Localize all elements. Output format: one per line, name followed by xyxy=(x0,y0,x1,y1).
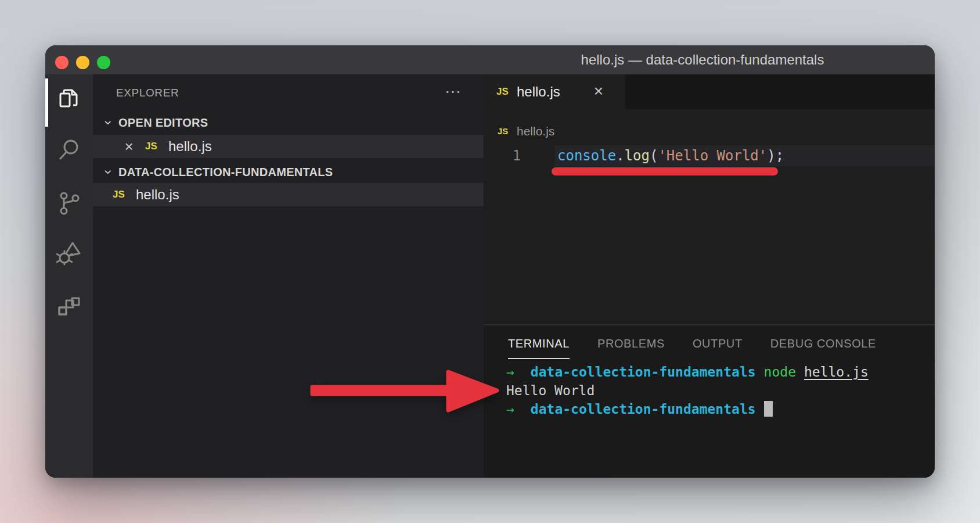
terminal-prompt-line: →data-collection-fundamentalsnodehello.j… xyxy=(506,363,929,381)
bottom-panel: TERMINAL PROBLEMS OUTPUT DEBUG CONSOLE →… xyxy=(484,324,935,478)
search-icon xyxy=(56,137,82,163)
terminal-command: node xyxy=(764,364,796,379)
file-name: hello.js xyxy=(168,135,212,158)
activity-bar xyxy=(45,74,93,478)
terminal-output-line: Hello World xyxy=(506,381,929,400)
window-title: hello.js — data-collection-fundamentals xyxy=(581,45,824,74)
code-editor[interactable]: 1 console.log('Hello World'); xyxy=(484,145,935,324)
tab-debug-console[interactable]: DEBUG CONSOLE xyxy=(770,329,876,359)
prompt-arrow-icon: → xyxy=(506,402,514,417)
vscode-window: hello.js — data-collection-fundamentals xyxy=(45,45,935,478)
js-file-icon: JS xyxy=(145,135,157,158)
js-file-icon: JS xyxy=(498,120,508,143)
terminal-cursor xyxy=(764,401,773,417)
prompt-arrow-icon: → xyxy=(506,364,514,379)
sidebar-item-search[interactable] xyxy=(45,131,93,169)
explorer-sidebar: EXPLORER ··· › OPEN EDITORS × JS hello.j… xyxy=(93,74,484,478)
line-number: 1 xyxy=(507,145,527,166)
sidebar-item-extensions[interactable] xyxy=(45,289,93,327)
open-editor-item-hello-js[interactable]: × JS hello.js xyxy=(93,135,484,158)
breadcrumb[interactable]: JS hello.js xyxy=(484,120,935,143)
js-file-icon: JS xyxy=(496,74,509,109)
zoom-window-button[interactable] xyxy=(97,56,110,69)
desktop-background: hello.js — data-collection-fundamentals xyxy=(0,0,980,523)
prompt-directory: data-collection-fundamentals xyxy=(531,402,756,417)
prompt-directory: data-collection-fundamentals xyxy=(531,364,756,379)
code-token-paren-close: ); xyxy=(767,148,784,164)
terminal-output[interactable]: →data-collection-fundamentalsnodehello.j… xyxy=(506,363,929,478)
tab-problems[interactable]: PROBLEMS xyxy=(597,329,665,359)
code-line-1: console.log('Hello World'); xyxy=(557,145,784,166)
editor-tab-bar: JS hello.js × xyxy=(484,74,935,109)
sidebar-title: EXPLORER xyxy=(116,81,179,105)
terminal-command-arg: hello.js xyxy=(804,364,869,379)
close-editor-icon[interactable]: × xyxy=(121,135,137,158)
code-token-console: console xyxy=(557,148,616,164)
tab-terminal[interactable]: TERMINAL xyxy=(508,329,570,359)
file-tree-item-hello-js[interactable]: JS hello.js xyxy=(93,183,484,206)
editor-group: JS hello.js × JS hello.js 1 console.log(… xyxy=(484,74,935,324)
tab-output[interactable]: OUTPUT xyxy=(693,329,743,359)
section-label: OPEN EDITORS xyxy=(118,112,208,134)
section-open-editors[interactable]: › OPEN EDITORS xyxy=(93,112,484,134)
close-window-button[interactable] xyxy=(55,56,69,69)
title-bar: hello.js — data-collection-fundamentals xyxy=(45,45,935,74)
panel-tab-bar: TERMINAL PROBLEMS OUTPUT DEBUG CONSOLE xyxy=(508,329,876,359)
sidebar-header: EXPLORER ··· xyxy=(93,81,484,105)
js-file-icon: JS xyxy=(113,183,125,206)
code-token-log: log xyxy=(625,148,650,164)
tab-hello-js[interactable]: JS hello.js × xyxy=(484,74,625,109)
terminal-prompt-line: →data-collection-fundamentals xyxy=(506,400,929,418)
breadcrumb-file: hello.js xyxy=(517,120,554,143)
files-icon xyxy=(56,87,82,113)
more-actions-icon[interactable]: ··· xyxy=(435,81,470,105)
extensions-icon xyxy=(56,295,82,321)
sidebar-item-source-control[interactable] xyxy=(45,185,93,222)
sidebar-item-explorer[interactable] xyxy=(45,81,93,119)
source-control-icon xyxy=(56,190,82,217)
close-tab-icon[interactable]: × xyxy=(587,74,610,108)
code-token-string: 'Hello World' xyxy=(658,148,767,164)
chevron-down-icon: › xyxy=(98,166,120,178)
minimize-window-button[interactable] xyxy=(76,56,89,69)
code-token-paren-open: ( xyxy=(650,148,658,164)
section-folder-root[interactable]: › DATA-COLLECTION-FUNDAMENTALS xyxy=(93,161,484,183)
sidebar-item-run-debug[interactable] xyxy=(45,235,93,272)
tab-label: hello.js xyxy=(517,74,560,109)
section-label: DATA-COLLECTION-FUNDAMENTALS xyxy=(118,161,333,183)
run-debug-icon xyxy=(55,239,83,267)
red-underline-annotation xyxy=(552,167,778,175)
chevron-down-icon: › xyxy=(98,116,120,129)
file-name: hello.js xyxy=(136,183,179,206)
code-token-dot: . xyxy=(616,148,624,164)
